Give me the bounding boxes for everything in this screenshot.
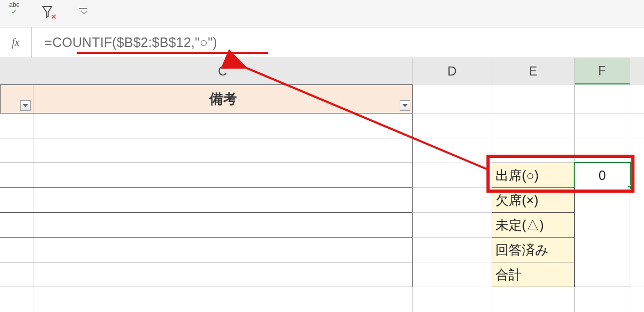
summary-label-text: 欠席(×) (495, 192, 538, 209)
gridline-horizontal (0, 212, 413, 213)
fx-icon[interactable]: fx (0, 27, 32, 58)
column-header-row: C D E F (0, 58, 644, 84)
summary-label-answered[interactable]: 回答済み (492, 237, 575, 262)
summary-label-total[interactable]: 合計 (492, 262, 575, 287)
column-header-c[interactable]: C (33, 58, 412, 84)
summary-value-answered[interactable] (574, 237, 630, 262)
table-header-cell-c[interactable]: 備考 (33, 84, 413, 114)
gridline-horizontal (0, 138, 413, 138)
funnel-icon (41, 5, 57, 20)
table-header-cell-b[interactable] (0, 84, 33, 114)
column-header-d[interactable]: D (412, 58, 492, 84)
table-header-label: 備考 (209, 90, 237, 108)
summary-label-absence[interactable]: 欠席(×) (492, 187, 575, 213)
gridline-horizontal (412, 237, 492, 238)
abc-check-button[interactable]: abc ✓ (4, 2, 24, 24)
formula-input[interactable]: =COUNTIF($B$2:$B$12,"○") (32, 27, 644, 58)
formula-text: =COUNTIF($B$2:$B$12,"○") (44, 35, 217, 50)
gridline-horizontal (0, 163, 413, 163)
gridline-horizontal (412, 113, 644, 114)
gridline-horizontal (412, 187, 492, 188)
gridline-horizontal (412, 262, 492, 262)
chevron-down-icon (23, 104, 28, 107)
formula-bar: fx =COUNTIF($B$2:$B$12,"○") (0, 27, 644, 58)
svg-rect-0 (79, 8, 87, 9)
summary-label-pending[interactable]: 未定(△) (492, 212, 575, 238)
check-icon: ✓ (11, 7, 17, 16)
filter-funnel-button[interactable] (39, 2, 59, 24)
column-header-f[interactable]: F (574, 58, 630, 84)
overflow-icon (79, 8, 89, 14)
summary-label-attendance[interactable]: 出席(○) (492, 163, 575, 188)
spreadsheet-grid[interactable]: C D E F 備考 出席(○) 0 (0, 58, 644, 312)
summary-label-text: 回答済み (495, 241, 549, 259)
overflow-menu-button[interactable] (74, 2, 94, 24)
gridline-horizontal (0, 287, 413, 287)
table-border-vertical (412, 84, 413, 287)
summary-label-text: 出席(○) (495, 167, 539, 184)
summary-value-absence[interactable] (574, 187, 630, 213)
gridline-horizontal (412, 138, 644, 138)
toolbar: abc ✓ (0, 0, 644, 27)
column-header-e[interactable]: E (492, 58, 574, 84)
summary-value-text: 0 (599, 168, 606, 183)
summary-value-attendance[interactable]: 0 (574, 163, 630, 188)
gridline-horizontal (0, 262, 413, 262)
summary-value-total[interactable] (574, 262, 630, 287)
filter-dropdown-button[interactable] (400, 100, 410, 111)
table-border-vertical (33, 84, 33, 287)
gridline-horizontal (412, 163, 492, 163)
filter-dropdown-button[interactable] (20, 100, 31, 111)
gridline-horizontal (0, 113, 413, 114)
annotation-underline (77, 52, 268, 54)
summary-value-pending[interactable] (574, 212, 630, 238)
gridline-horizontal (412, 212, 492, 213)
gridline-horizontal (0, 237, 413, 238)
summary-label-text: 未定(△) (495, 216, 544, 234)
summary-label-text: 合計 (495, 266, 522, 283)
gridline-horizontal (0, 187, 413, 188)
chevron-down-icon (402, 104, 408, 107)
